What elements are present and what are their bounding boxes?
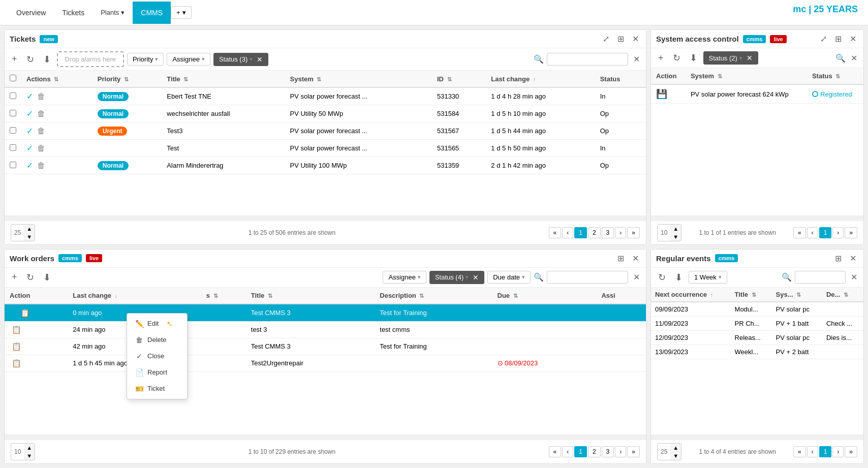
nav-overview[interactable]: Overview	[8, 2, 54, 24]
system-access-refresh-button[interactable]: ↻	[670, 51, 684, 65]
system-access-add-button[interactable]: +	[655, 52, 667, 65]
regular-events-refresh-button[interactable]: ↻	[655, 271, 669, 284]
work-orders-first-page[interactable]: «	[549, 446, 562, 457]
per-page-down-button[interactable]: ▼	[24, 452, 35, 460]
tickets-page-1[interactable]: 1	[574, 227, 587, 238]
row-checkbox[interactable]	[10, 127, 16, 134]
system-access-expand-icon[interactable]: ⤢	[818, 33, 829, 45]
work-orders-add-button[interactable]: +	[9, 271, 20, 284]
regular-events-first-page[interactable]: «	[793, 446, 806, 457]
regular-events-search-clear[interactable]: ✕	[849, 271, 859, 283]
tickets-prev-page[interactable]: ‹	[562, 227, 573, 238]
row-checkbox[interactable]	[10, 110, 16, 116]
system-access-status-filter[interactable]: Status (2) ▾ ✕	[703, 51, 758, 65]
tickets-download-button[interactable]: ⬇	[40, 53, 54, 66]
regular-events-download-button[interactable]: ⬇	[672, 271, 686, 284]
tickets-status-filter-clear[interactable]: ✕	[257, 55, 263, 64]
tickets-maximize-icon[interactable]: ⊞	[615, 33, 626, 45]
work-orders-page-2[interactable]: 2	[588, 446, 601, 457]
system-access-first-page[interactable]: «	[793, 227, 806, 238]
work-orders-duedate-filter[interactable]: Due date ▾	[487, 271, 531, 284]
per-page-up-button[interactable]: ▲	[670, 444, 681, 452]
work-orders-page-3[interactable]: 3	[602, 446, 614, 457]
regular-events-last-page[interactable]: »	[845, 446, 857, 457]
system-access-per-page-stepper[interactable]: 10 ▲ ▼	[657, 224, 681, 241]
regular-events-next-page[interactable]: ›	[832, 446, 844, 457]
tickets-first-page[interactable]: «	[549, 227, 562, 238]
context-menu-report[interactable]: 📄 Report	[127, 364, 187, 381]
nav-plants[interactable]: Plants ▾	[92, 2, 133, 23]
check-action-icon[interactable]: ✓	[26, 92, 33, 101]
regular-events-h-scrollbar[interactable]	[651, 434, 863, 440]
row-checkbox[interactable]	[10, 162, 16, 168]
tickets-add-button[interactable]: +	[9, 53, 20, 66]
tickets-priority-filter[interactable]: Priority ▾	[127, 53, 164, 66]
regular-events-maximize-icon[interactable]: ⊞	[833, 253, 844, 264]
system-access-download-button[interactable]: ⬇	[687, 51, 700, 65]
tickets-page-3[interactable]: 3	[602, 227, 614, 238]
work-orders-maximize-icon[interactable]: ⊞	[615, 253, 626, 264]
system-access-h-scrollbar[interactable]	[651, 215, 863, 221]
system-access-last-page[interactable]: »	[845, 227, 857, 238]
row-checkbox[interactable]	[10, 92, 16, 99]
system-access-page-1[interactable]: 1	[819, 227, 832, 238]
tickets-assignee-filter[interactable]: Assignee ▾	[167, 53, 210, 66]
context-menu-delete[interactable]: 🗑 Delete	[127, 332, 187, 348]
work-orders-page-1[interactable]: 1	[574, 446, 587, 457]
context-menu-close[interactable]: ✓ Close	[127, 348, 187, 364]
system-access-prev-page[interactable]: ‹	[807, 227, 818, 238]
per-page-up-button[interactable]: ▲	[24, 444, 35, 452]
system-access-search-clear[interactable]: ✕	[849, 52, 859, 64]
system-access-next-page[interactable]: ›	[832, 227, 844, 238]
check-action-icon[interactable]: ✓	[26, 144, 33, 152]
tickets-close-icon[interactable]: ✕	[630, 33, 641, 45]
regular-events-per-page-stepper[interactable]: 25 ▲ ▼	[657, 443, 681, 460]
tickets-refresh-button[interactable]: ↻	[23, 53, 37, 66]
per-page-down-button[interactable]: ▼	[670, 233, 681, 241]
tickets-search-input[interactable]	[547, 53, 628, 66]
work-orders-search-input[interactable]	[547, 271, 628, 284]
regular-events-week-filter[interactable]: 1 Week ▾	[689, 271, 727, 284]
tickets-per-page-stepper[interactable]: 25 ▲ ▼	[11, 224, 35, 241]
work-orders-per-page-stepper[interactable]: 10 ▲ ▼	[11, 443, 35, 460]
tickets-select-all-checkbox[interactable]	[10, 75, 16, 81]
context-menu-ticket[interactable]: 🎫 Ticket	[127, 381, 187, 397]
tickets-next-page[interactable]: ›	[615, 227, 626, 238]
delete-action-icon[interactable]: 🗑	[37, 161, 45, 170]
nav-cmms[interactable]: CMMS	[133, 2, 171, 24]
tickets-status-filter[interactable]: Status (3) ▾ ✕	[213, 53, 268, 66]
per-page-up-button[interactable]: ▲	[670, 225, 681, 233]
work-orders-assignee-filter[interactable]: Assignee ▾	[383, 271, 426, 284]
check-action-icon[interactable]: ✓	[26, 109, 33, 118]
per-page-up-button[interactable]: ▲	[24, 225, 35, 233]
work-orders-search-icon[interactable]: 🔍	[534, 272, 544, 282]
tickets-last-page[interactable]: »	[627, 227, 640, 238]
delete-action-icon[interactable]: 🗑	[37, 144, 45, 152]
work-orders-h-scrollbar[interactable]	[5, 434, 646, 440]
delete-action-icon[interactable]: 🗑	[37, 92, 45, 101]
work-orders-next-page[interactable]: ›	[615, 446, 626, 457]
work-orders-refresh-button[interactable]: ↻	[23, 271, 37, 284]
system-access-status-clear[interactable]: ✕	[747, 54, 753, 62]
tickets-h-scrollbar[interactable]	[5, 215, 646, 221]
work-orders-prev-page[interactable]: ‹	[562, 446, 573, 457]
regular-events-close-icon[interactable]: ✕	[848, 253, 858, 264]
per-page-down-button[interactable]: ▼	[670, 452, 681, 460]
regular-events-search-icon[interactable]: 🔍	[782, 272, 792, 282]
check-action-icon[interactable]: ✓	[26, 161, 33, 170]
add-button[interactable]: + ▾	[171, 6, 192, 19]
regular-events-page-1[interactable]: 1	[819, 446, 832, 457]
regular-events-search-input[interactable]	[795, 271, 846, 284]
work-orders-search-clear[interactable]: ✕	[631, 271, 642, 283]
work-orders-last-page[interactable]: »	[627, 446, 640, 457]
work-orders-close-icon[interactable]: ✕	[630, 253, 641, 264]
nav-tickets[interactable]: Tickets	[54, 2, 92, 24]
system-access-maximize-icon[interactable]: ⊞	[833, 33, 844, 45]
row-checkbox[interactable]	[10, 144, 16, 151]
work-orders-status-clear[interactable]: ✕	[473, 273, 479, 282]
tickets-page-2[interactable]: 2	[588, 227, 601, 238]
system-access-close-icon[interactable]: ✕	[848, 33, 858, 45]
context-menu-edit[interactable]: ✏️ Edit ↖	[127, 316, 187, 332]
tickets-expand-icon[interactable]: ⤢	[601, 33, 611, 45]
per-page-down-button[interactable]: ▼	[24, 233, 35, 241]
